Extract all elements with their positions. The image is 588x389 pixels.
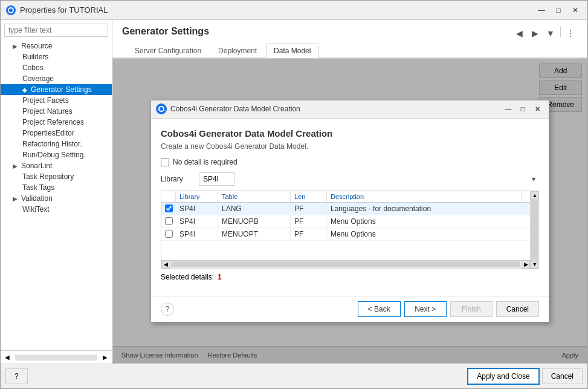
- library-row: Library SP4I: [161, 172, 539, 186]
- tab-content: Add Edit Remove: [112, 58, 587, 364]
- forward-icon: ▶: [532, 28, 538, 38]
- sidebar-item-label: Project Natures: [22, 107, 73, 116]
- sidebar-item-refactoring[interactable]: Refactoring Histor.: [1, 139, 112, 149]
- main-panel: Generator Settings ◀ ▶ ▼ ⋮: [112, 20, 587, 364]
- row-library: SP4I: [176, 215, 218, 227]
- row-checkbox-cell: [161, 228, 176, 240]
- table-row: SP4I MENUOPT PF Menu Options: [161, 228, 530, 241]
- bottom-cancel-button[interactable]: Cancel: [542, 368, 583, 384]
- sidebar-item-label: Cobos: [22, 64, 44, 72]
- cancel-button[interactable]: Cancel: [496, 301, 539, 317]
- sidebar-item-label: PropertiesEditor: [22, 129, 74, 137]
- apply-close-button[interactable]: Apply and Close: [467, 368, 539, 385]
- bottom-help-icon: ?: [15, 372, 19, 381]
- row-checkbox[interactable]: [165, 217, 173, 225]
- sidebar-item-properties-editor[interactable]: PropertiesEditor: [1, 128, 112, 139]
- finish-button[interactable]: Finish: [450, 301, 493, 317]
- sidebar-item-task-tags[interactable]: Task Tags: [1, 182, 112, 193]
- sidebar-item-label: WikiText: [22, 205, 50, 214]
- sidebar-item-validation[interactable]: ▶ Validation: [1, 193, 112, 204]
- modal-help-button[interactable]: ?: [161, 302, 174, 316]
- sidebar-item-cobos[interactable]: Cobos: [1, 62, 112, 73]
- sidebar-item-task-repository[interactable]: Task Repository: [1, 171, 112, 182]
- content-area: ▶ Resource Builders Cobos Coverage ◆ Gen…: [1, 20, 587, 364]
- back-icon: ◀: [516, 28, 523, 38]
- sidebar-item-label: Project Facets: [22, 96, 69, 105]
- no-detail-checkbox[interactable]: [161, 158, 169, 166]
- modal-minimize-button[interactable]: —: [502, 102, 515, 116]
- no-detail-checkbox-row: No detail is required: [161, 158, 539, 166]
- scroll-down-arrow[interactable]: ▼: [531, 260, 539, 269]
- main-window: Properties for TUTORIAL — □ ✕ ▶ Resource…: [0, 0, 588, 389]
- library-select[interactable]: SP4I: [199, 172, 234, 186]
- modal-close-button[interactable]: ✕: [531, 102, 544, 116]
- no-detail-label[interactable]: No detail is required: [173, 158, 237, 166]
- scroll-track[interactable]: [15, 355, 97, 361]
- row-description: Languages - for documentation: [327, 203, 530, 215]
- row-len: PF: [291, 228, 327, 240]
- next-button[interactable]: Next >: [404, 301, 447, 317]
- scroll-left-button[interactable]: ◀: [1, 351, 14, 364]
- back-nav-button[interactable]: ◀: [512, 26, 526, 41]
- horiz-scrollbar: ◀ ▶: [161, 260, 530, 269]
- sidebar-item-generator-settings[interactable]: ◆ Generator Settings: [1, 84, 112, 95]
- title-bar: Properties for TUTORIAL — □ ✕: [1, 1, 587, 20]
- row-checkbox[interactable]: [165, 204, 173, 212]
- table-scroll-area: Library Table Len Description: [161, 191, 530, 269]
- tab-server-config[interactable]: Server Configuration: [127, 44, 209, 57]
- sidebar: ▶ Resource Builders Cobos Coverage ◆ Gen…: [1, 20, 112, 364]
- row-len: PF: [291, 215, 327, 227]
- close-button[interactable]: ✕: [568, 4, 583, 17]
- sidebar-item-resource[interactable]: ▶ Resource: [1, 41, 112, 51]
- scroll-left-arrow[interactable]: ◀: [161, 260, 170, 269]
- forward-nav-button[interactable]: ▶: [528, 26, 542, 41]
- horiz-scroll-track[interactable]: [171, 261, 520, 267]
- th-library: Library: [176, 191, 218, 202]
- modal-overlay: Cobos4i Generator Data Model Creation — …: [113, 59, 587, 363]
- sidebar-item-coverage[interactable]: Coverage: [1, 73, 112, 84]
- menu-icon: ⋮: [566, 28, 575, 38]
- row-table: MENUOPB: [218, 215, 291, 227]
- th-scroll: [522, 191, 530, 202]
- selected-icon: ◆: [22, 87, 28, 93]
- sidebar-item-label: Refactoring Histor.: [22, 140, 82, 148]
- sidebar-item-builders[interactable]: Builders: [1, 51, 112, 62]
- library-select-wrapper: SP4I: [199, 172, 539, 186]
- tabs-container: Server Configuration Deployment Data Mod…: [122, 43, 578, 57]
- modal-footer: ? < Back Next > Finish Cancel: [151, 296, 549, 322]
- scroll-up-arrow[interactable]: ▲: [531, 191, 539, 200]
- sidebar-item-wikitext[interactable]: WikiText: [1, 204, 112, 215]
- sidebar-item-project-natures[interactable]: Project Natures: [1, 106, 112, 117]
- scroll-right-button[interactable]: ▶: [99, 351, 112, 364]
- minimize-button[interactable]: —: [534, 4, 549, 17]
- row-checkbox[interactable]: [165, 230, 173, 238]
- selected-count: 1: [218, 273, 222, 281]
- tab-data-model[interactable]: Data Model: [266, 44, 318, 58]
- sidebar-item-project-facets[interactable]: Project Facets: [1, 95, 112, 106]
- sidebar-item-project-references[interactable]: Project References: [1, 117, 112, 128]
- sidebar-item-label: Project References: [22, 118, 84, 126]
- sidebar-item-label: Run/Debug Setting.: [22, 151, 86, 159]
- tab-data-model-label: Data Model: [274, 47, 311, 55]
- modal-heading: Cobos4i Generator Data Model Creation: [161, 128, 539, 139]
- scroll-thumb[interactable]: [531, 200, 538, 260]
- down-arrow-button[interactable]: ▼: [543, 26, 558, 41]
- sidebar-item-run-debug[interactable]: Run/Debug Setting.: [1, 149, 112, 160]
- menu-button[interactable]: ⋮: [563, 26, 578, 41]
- maximize-button[interactable]: □: [551, 4, 566, 17]
- down-arrow-icon: ▼: [546, 28, 555, 38]
- scroll-right-arrow[interactable]: ▶: [522, 260, 530, 269]
- modal-maximize-button[interactable]: □: [516, 102, 529, 116]
- svg-point-4: [160, 107, 163, 111]
- table-header: Library Table Len Description: [161, 191, 530, 203]
- bottom-help-button[interactable]: ?: [5, 368, 28, 384]
- filter-input[interactable]: [4, 24, 108, 37]
- sidebar-item-sonarlint[interactable]: ▶ SonarLint: [1, 160, 112, 171]
- modal-title-bar: Cobos4i Generator Data Model Creation — …: [151, 100, 549, 119]
- back-button[interactable]: < Back: [358, 301, 401, 317]
- modal-title-text: Cobos4i Generator Data Model Creation: [170, 105, 502, 113]
- tab-deployment[interactable]: Deployment: [210, 44, 265, 57]
- svg-point-2: [9, 8, 13, 12]
- row-description: Menu Options: [327, 228, 530, 240]
- modal-dialog: Cobos4i Generator Data Model Creation — …: [150, 100, 549, 322]
